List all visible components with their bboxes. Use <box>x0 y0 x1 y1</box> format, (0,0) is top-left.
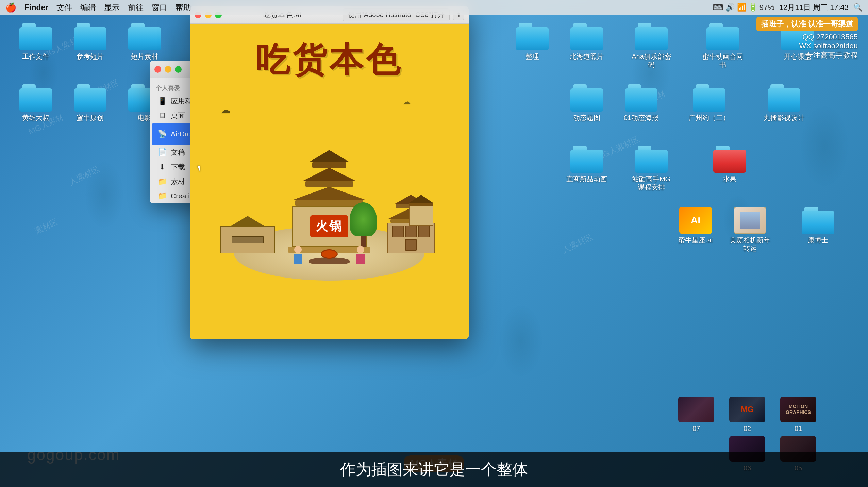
hotpot-sign: 火锅 <box>310 215 348 237</box>
documents-icon: 📄 <box>158 148 167 157</box>
desktop-icon-workfile[interactable]: 工作文件 <box>14 23 58 61</box>
illustration: 火锅 <box>214 90 445 287</box>
wx-text: WX solftao2nidou <box>799 41 858 50</box>
apple-menu[interactable]: 🍎 <box>5 2 16 13</box>
building-small-right <box>404 195 438 226</box>
desktop-icon-fruit[interactable]: 水果 <box>707 146 752 183</box>
figure-right <box>354 246 367 264</box>
menubar-go[interactable]: 前往 <box>128 2 144 13</box>
desktop-icon-short-material[interactable]: 短片素材 <box>122 23 167 61</box>
cloud-right: ☁ <box>403 97 411 106</box>
tree-crown <box>350 202 377 236</box>
menubar-status-icons: ⌨ 🔊 📶 🔋 97% <box>713 3 774 12</box>
window-maximize-button[interactable] <box>175 66 182 73</box>
desktop-icon-beauty-cam[interactable]: 美颜相机新年转运 <box>728 207 772 252</box>
menubar-window[interactable]: 窗口 <box>152 2 167 13</box>
menubar-datetime: 12月11日 周三 17:43 <box>779 2 849 13</box>
desktop-icon-ana[interactable]: Ana俱乐部密码 <box>629 23 673 69</box>
desktop-icon-original[interactable]: 蜜牛原创 <box>68 84 112 122</box>
subtitle-text: 作为插图来讲它是一个整体 <box>0 459 868 480</box>
desktop-icon-kangboshi[interactable]: 康博士 <box>796 207 840 244</box>
downloads-icon: ⬇ <box>158 163 167 171</box>
desktop-icon-organize[interactable]: 整理 <box>510 23 554 61</box>
desktop-icon-mnstar[interactable]: Ai 蜜牛星座.ai <box>673 207 718 244</box>
qq-text: QQ 2720013565 <box>802 33 858 41</box>
preview-window: 吃货本色.ai 使用"Adobe Illustrator CS6"打开 ⬆ 吃货… <box>190 6 469 339</box>
thumb-01[interactable]: MOTIONGRAPHICS 01 <box>776 397 820 433</box>
desktop-icon-dynbanner[interactable]: 动态题图 <box>565 84 609 122</box>
desktop: MG人素材区 素材区 MG人素材 人素材区 素材区 MG人素材 素材区 MG人素… <box>0 0 868 487</box>
desktop-icon-hokkaido[interactable]: 北海道照片 <box>565 23 609 61</box>
menubar-edit[interactable]: 编辑 <box>80 2 96 13</box>
table-with-figures <box>309 257 350 264</box>
cloud-left: ☁ <box>220 104 231 116</box>
subtitle-bar: 作为插图来讲它是一个整体 <box>0 452 868 487</box>
menubar-view[interactable]: 显示 <box>104 2 120 13</box>
desktop-icon-gz[interactable]: 广州约（二） <box>687 84 731 122</box>
left-wall <box>220 226 275 253</box>
dining-table <box>309 257 350 264</box>
window-close-button[interactable] <box>154 66 161 73</box>
desktop-icon-mg-course[interactable]: 站酷高手MG课程安排 <box>629 146 673 191</box>
airdrop-icon: 📡 <box>158 130 167 138</box>
window-minimize-button[interactable] <box>165 66 171 73</box>
menubar-app-name[interactable]: Finder <box>24 3 48 12</box>
creativ1-icon: 📁 <box>158 191 167 200</box>
tree <box>350 202 377 247</box>
menubar: 🍎 Finder 文件 编辑 显示 前往 窗口 帮助 ⌨ 🔊 📶 🔋 97% 1… <box>0 0 868 15</box>
preview-content: 吃货本色 <box>190 24 469 339</box>
desktop-icon-dynposter[interactable]: 01动态海报 <box>619 84 663 122</box>
applications-icon: 📱 <box>158 97 167 105</box>
thumb-07[interactable]: 07 <box>674 397 718 433</box>
menubar-search-icon[interactable]: 🔍 <box>853 3 863 12</box>
desktop-icon-ref-video[interactable]: 参考短片 <box>68 23 112 61</box>
left-roof <box>231 216 265 226</box>
tree-trunk <box>361 236 366 247</box>
site-text: 专注高高手教程 <box>805 50 858 61</box>
menubar-help[interactable]: 帮助 <box>176 2 191 13</box>
desktop-icon-wanbo[interactable]: 丸播影视设计 <box>762 84 806 122</box>
desktop-icon-contract[interactable]: 蜜牛动画合同书 <box>701 23 745 69</box>
desktop-icon-sidebar: 🖥 <box>158 111 167 120</box>
figures-area <box>309 257 350 264</box>
menubar-right: ⌨ 🔊 📶 🔋 97% 12月11日 周三 17:43 🔍 <box>713 2 863 13</box>
figure-left <box>292 246 304 264</box>
desktop-icon-yishang[interactable]: 宜商新品动画 <box>565 146 609 183</box>
building-left <box>220 216 275 253</box>
thumb-02[interactable]: MG 02 <box>725 397 769 433</box>
menubar-file[interactable]: 文件 <box>56 2 72 13</box>
menubar-left: 🍎 Finder 文件 编辑 显示 前往 窗口 帮助 <box>5 2 191 13</box>
preview-main-title: 吃货本色 <box>256 37 403 83</box>
channel-badge: 插班子，认准 认准一哥渠道 <box>756 17 858 31</box>
desktop-icon-uncle[interactable]: 黄雄大叔 <box>14 84 58 122</box>
topright-info: 插班子，认准 认准一哥渠道 QQ 2720013565 WX solftao2n… <box>756 17 858 61</box>
material-folder-icon: 📁 <box>158 177 167 186</box>
